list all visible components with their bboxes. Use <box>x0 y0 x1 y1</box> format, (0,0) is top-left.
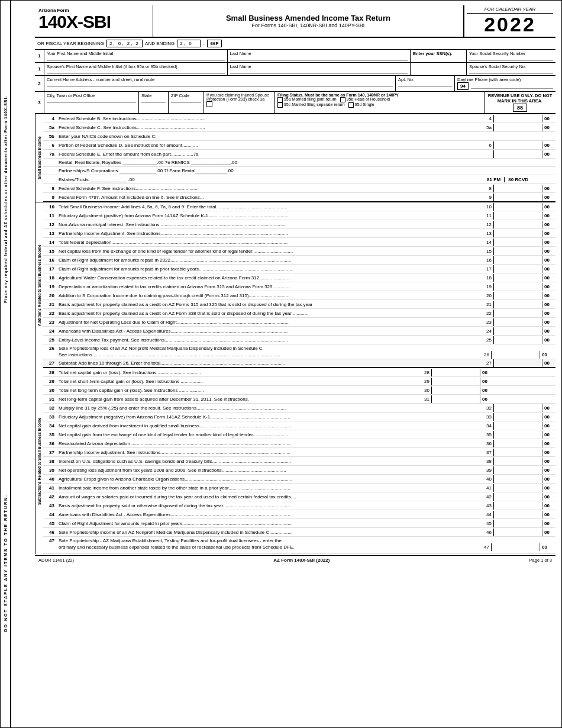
phone-label: Daytime Phone (with area code) <box>457 77 553 82</box>
line-47-row: 47 Sole Proprietorship - AZ Marijuana Es… <box>43 537 555 554</box>
line7c-desc: Partnerships/S Corporations ____________… <box>56 168 493 173</box>
line-9-row: 9 Federal Form 4797. Amount not included… <box>43 193 555 202</box>
fiscal-begin[interactable]: 2, 0, 2, 2 <box>106 40 143 47</box>
line5b-desc: Enter your NAICS code shown on Schedule … <box>56 134 479 139</box>
line-43-row: 43 Basis adjustment for property sold or… <box>43 501 555 510</box>
line-7a-row: 7a Federal Schedule E. Enter the amount … <box>43 150 555 159</box>
apt-label: Apt. No. <box>398 77 452 82</box>
line-42-row: 42 Amount of wages or salaries paid or i… <box>43 492 555 501</box>
footer: ADOR 11401 (22) AZ Form 140X-SBI (2022) … <box>35 555 555 565</box>
footer-form-name: AZ Form 140X-SBI (2022) <box>273 558 330 563</box>
line4-amount[interactable] <box>494 115 542 123</box>
fiscal-row: OR FISCAL YEAR BEGINNING 2, 0, 2, 2 AND … <box>35 38 555 50</box>
side-label-place: Place any required federal and AZ schedu… <box>4 96 8 303</box>
address-row: 2 Current Home Address - number and stre… <box>35 76 555 92</box>
phone-box: 94 <box>457 82 469 90</box>
line-39-row: 39 Net operating loss adjustment from ta… <box>43 466 555 475</box>
spouse-ssn-label: Spouse's Social Security No. <box>469 64 553 69</box>
line5a-num: 5a <box>43 125 56 130</box>
row-num-3: 3 <box>35 92 44 113</box>
line7a-amount[interactable] <box>494 150 542 158</box>
line-7b-row: Rental, Real Estate, Royalties _________… <box>43 159 555 167</box>
rcvd-label: 80 RCVD <box>504 177 532 182</box>
injured-label: If you are claiming Injured Spouse Prote… <box>206 93 272 101</box>
row-num-2: 2 <box>35 76 44 91</box>
line6-ref: 6 <box>477 143 493 148</box>
line-5a-row: 5a Federal Schedule C. See instructions.… <box>43 123 555 132</box>
line-38-row: 38 Interest on U.S. obligations such as … <box>43 457 555 466</box>
additions-section: Additions Related to Small Business Inco… <box>35 202 555 368</box>
line-12-row: 12 Non-Arizona municipal interest. See i… <box>43 220 555 229</box>
line8-num: 8 <box>43 186 56 191</box>
line5a-cents: 00 <box>542 125 555 130</box>
line-25-row: 25 Entity-Level Income Tax payment. See … <box>43 336 555 344</box>
line-37-row: 37 Partnership Income adjustment. See in… <box>43 448 555 457</box>
line-6-row: 6 Portion of Federal Schedule D. See ins… <box>43 141 555 150</box>
form-subtitle: For Forms 140-SBI, 140NR-SBI and 140PY-S… <box>159 22 457 28</box>
line-11-row: 11 Fiduciary Adjustment (positive) from … <box>43 211 555 220</box>
line4-cents: 00 <box>542 116 555 121</box>
spouse-label: Spouse's First Name and Middle Initial (… <box>47 64 225 69</box>
line4-ref: 4 <box>477 116 493 121</box>
ssn-label: Your Social Security Number <box>469 51 553 56</box>
year-display: 2022 <box>467 14 553 36</box>
line-7c-row: Partnerships/S Corporations ____________… <box>43 167 555 175</box>
line-5b-row: 5b Enter your NAICS code shown on Schedu… <box>43 132 555 141</box>
line-27-row: 27 Subtotal: Add lines 10 through 26. En… <box>43 359 555 368</box>
line-30-row: 30 Total net long-term capital gain or (… <box>43 386 555 395</box>
revenue-label: REVENUE USE ONLY. DO NOT MARK IN THIS AR… <box>487 93 553 104</box>
line7d-desc: Estates/Trusts ______________ .00 <box>56 177 483 182</box>
fiscal-end[interactable]: 2, 0 <box>177 40 201 47</box>
additions-side-label: Additions Related to Small Business Inco… <box>35 202 43 368</box>
line7a-desc: Federal Schedule E. Enter the amount fro… <box>56 152 493 157</box>
first-name-label: Your First Name and Middle Initial <box>47 51 225 56</box>
line7a-num: 7a <box>43 152 56 157</box>
enter-ssn-label: Enter your SSN(s). <box>413 51 464 56</box>
zip-label: ZIP Code <box>171 93 201 98</box>
line-31-row: 31 Net long-term capital gain from asset… <box>43 395 555 404</box>
line6-cents: 00 <box>542 143 555 148</box>
form-number: 140X-SBI <box>38 13 149 31</box>
city-label: City, Town or Post Office <box>47 93 136 98</box>
line5a-ref: 5a <box>477 125 493 130</box>
line-4-row: 4 Federal Schedule B. See instructions..… <box>43 114 555 123</box>
line9-desc: Federal Form 4797. Amount not included o… <box>56 195 477 200</box>
line-7d-row: Estates/Trusts ______________ .00 81 PM … <box>43 175 555 184</box>
box-66f: 66F <box>207 40 222 47</box>
name-row-1: 1 Your First Name and Middle Initial Las… <box>35 50 555 63</box>
line4-num: 4 <box>43 116 56 121</box>
line5a-amount[interactable] <box>494 124 542 131</box>
fs-95c: 95c <box>284 103 290 107</box>
line8-amount[interactable] <box>494 185 542 192</box>
line4-desc: Federal Schedule B. See instructions....… <box>56 116 477 121</box>
line-40-row: 40 Agricultural Crops given to Arizona C… <box>43 475 555 484</box>
line-44-row: 44 Americans with Disabilities Act - Acc… <box>43 510 555 519</box>
city-row: 3 City, Town or Post Office State ZIP Co… <box>35 92 555 114</box>
fs-95d: 95d <box>355 103 362 107</box>
line-13-row: 13 Partnership Income Adjustment. See in… <box>43 229 555 238</box>
spouse-row: 1 Spouse's First Name and Middle Initial… <box>35 63 555 76</box>
line9-num: 9 <box>43 195 56 200</box>
line6-desc: Portion of Federal Schedule D. See instr… <box>56 143 477 148</box>
line-14-row: 14 Total federal depreciation...........… <box>43 238 555 247</box>
line-23-row: 23 Adjustment for Net Operating Loss due… <box>43 318 555 327</box>
fiscal-label: OR FISCAL YEAR BEGINNING <box>37 41 104 46</box>
line-36-row: 36 Recalculated Arizona depreciation....… <box>43 439 555 448</box>
footer-page: Page 1 of 3 <box>529 558 552 563</box>
row-num-1: 1 <box>35 50 44 62</box>
line-45-row: 45 Claim of Right Adjustment for amounts… <box>43 519 555 528</box>
line-19-row: 19 Depreciation or amortization related … <box>43 282 555 291</box>
line8-desc: Federal Schedule F. See instructions....… <box>56 186 477 191</box>
fs-95b: 95b <box>347 98 354 102</box>
line-35-row: 35 Net capital gain from the exchange of… <box>43 430 555 439</box>
line6-num: 6 <box>43 143 56 148</box>
line6-amount[interactable] <box>494 141 542 149</box>
line-16-row: 16 Claim of Right adjustment for amounts… <box>43 256 555 265</box>
line-29-row: 29 Total net short-term capital gain or … <box>43 377 555 386</box>
line9-amount[interactable] <box>494 194 542 201</box>
line-8-row: 8 Federal Schedule F. See instructions..… <box>43 184 555 193</box>
footer-ador: ADOR 11401 (22) <box>38 558 74 563</box>
sbi-side-label: Small Business Income <box>35 114 43 202</box>
line-32-row: 32 Multiply line 31 by 25% (.25) and ent… <box>43 404 555 413</box>
header: Arizona Form 140X-SBI Small Business Ame… <box>35 5 555 38</box>
